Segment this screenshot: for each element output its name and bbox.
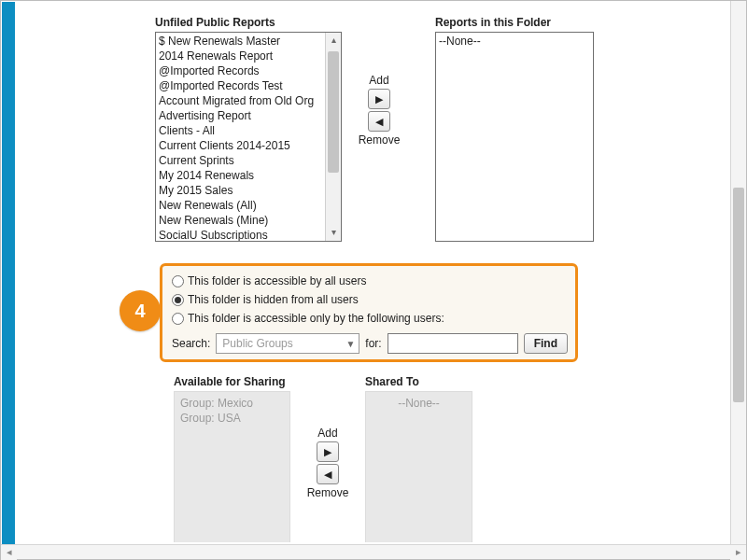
radio-all-users-label: This folder is accessible by all users <box>188 272 366 290</box>
list-item[interactable]: Account Migrated from Old Org <box>159 93 322 108</box>
list-item[interactable]: Advertising Report <box>159 108 322 123</box>
search-label: Search: <box>172 337 210 350</box>
add-label: Add <box>351 74 407 87</box>
unfiled-scrollbar[interactable]: ▴ ▾ <box>325 33 341 241</box>
list-item[interactable]: Current Sprints <box>159 153 322 168</box>
radio-following-users[interactable] <box>172 313 184 325</box>
move-buttons: Add ▶ ◀ Remove <box>351 72 407 148</box>
list-item: --None-- <box>372 396 466 411</box>
folder-reports-listbox[interactable]: --None-- <box>435 32 594 242</box>
available-column: Available for Sharing Group: MexicoGroup… <box>174 375 290 542</box>
chevron-down-icon: ▼ <box>345 337 355 352</box>
list-item[interactable]: 2014 Renewals Report <box>159 49 322 63</box>
list-item[interactable]: Group: USA <box>180 411 284 426</box>
content-area: Unfiled Public Reports $ New Renewals Ma… <box>15 2 729 542</box>
share-search-row: Search: Public Groups ▼ for: Find <box>172 333 568 354</box>
remove-label: Remove <box>351 133 407 147</box>
unfiled-reports-list: $ New Renewals Master2014 Renewals Repor… <box>156 33 325 241</box>
search-scope-value: Public Groups <box>222 337 292 350</box>
radio-all-users[interactable] <box>172 275 184 287</box>
for-label: for: <box>365 337 381 350</box>
shared-to-heading: Shared To <box>365 375 472 388</box>
list-item[interactable]: SocialU Subscriptions <box>159 228 322 242</box>
page-horizontal-scrollbar[interactable]: ◂ ▸ <box>1 544 746 559</box>
shared-to-column: Shared To --None-- <box>365 375 472 542</box>
list-item[interactable]: Group: Mexico <box>180 396 284 411</box>
radio-row-following-users[interactable]: This folder is accessible only by the fo… <box>172 309 568 328</box>
add-button[interactable]: ▶ <box>368 89 390 109</box>
step-number: 4 <box>134 301 145 322</box>
list-item[interactable]: $ New Renewals Master <box>159 34 322 49</box>
available-heading: Available for Sharing <box>174 375 290 388</box>
triangle-right-icon: ▶ <box>324 446 331 458</box>
hscroll-left-icon[interactable]: ◂ <box>1 545 17 560</box>
radio-hidden[interactable] <box>172 294 184 306</box>
folder-column: Reports in this Folder --None-- <box>435 16 594 242</box>
remove-button[interactable]: ◀ <box>368 111 390 132</box>
triangle-left-icon: ◀ <box>324 469 331 481</box>
page-scroll-thumb[interactable] <box>733 188 744 402</box>
hscroll-right-icon[interactable]: ▸ <box>730 545 746 560</box>
sharing-remove-label: Remove <box>300 486 356 499</box>
triangle-right-icon: ▶ <box>375 93 383 105</box>
list-item[interactable]: Clients - All <box>159 123 322 138</box>
unfiled-reports-heading: Unfiled Public Reports <box>155 16 342 29</box>
sharing-remove-button[interactable]: ◀ <box>317 464 339 484</box>
shared-to-listbox[interactable]: --None-- <box>365 391 472 542</box>
available-sharing-listbox[interactable]: Group: MexicoGroup: USA <box>174 391 290 542</box>
find-button-label: Find <box>534 337 557 350</box>
search-scope-select[interactable]: Public Groups ▼ <box>216 333 359 354</box>
sharing-row: Available for Sharing Group: MexicoGroup… <box>174 375 566 542</box>
list-item[interactable]: New Renewals (Mine) <box>159 213 322 228</box>
folder-access-panel: This folder is accessible by all users T… <box>160 263 578 362</box>
left-accent-bar <box>2 2 15 545</box>
sharing-add-button[interactable]: ▶ <box>317 441 339 462</box>
list-item[interactable]: --None-- <box>439 34 590 49</box>
list-item[interactable]: @Imported Records Test <box>159 78 322 93</box>
sharing-move-buttons: Add ▶ ◀ Remove <box>300 427 356 499</box>
list-item[interactable]: My 2015 Sales <box>159 183 322 198</box>
dual-list-row: Unfiled Public Reports $ New Renewals Ma… <box>155 16 641 242</box>
step-callout-badge: 4 <box>120 290 161 331</box>
list-item[interactable]: Current Clients 2014-2015 <box>159 138 322 153</box>
scroll-down-icon[interactable]: ▾ <box>326 225 341 241</box>
radio-following-users-label: This folder is accessible only by the fo… <box>188 309 444 328</box>
scroll-up-icon[interactable]: ▴ <box>326 33 341 49</box>
radio-hidden-label: This folder is hidden from all users <box>188 290 359 309</box>
unfiled-column: Unfiled Public Reports $ New Renewals Ma… <box>155 16 342 242</box>
search-for-input[interactable] <box>388 333 518 354</box>
find-button[interactable]: Find <box>524 333 568 354</box>
page-vertical-scrollbar[interactable] <box>730 1 746 544</box>
list-item[interactable]: My 2014 Renewals <box>159 168 322 183</box>
folder-reports-list: --None-- <box>436 33 593 241</box>
scroll-thumb[interactable] <box>328 51 339 173</box>
sharing-add-label: Add <box>300 427 356 440</box>
radio-row-all-users[interactable]: This folder is accessible by all users <box>172 272 568 290</box>
unfiled-reports-listbox[interactable]: $ New Renewals Master2014 Renewals Repor… <box>155 32 342 242</box>
sharing-section: Available for Sharing Group: MexicoGroup… <box>174 375 566 542</box>
folder-reports-heading: Reports in this Folder <box>435 16 594 29</box>
app-frame: Unfiled Public Reports $ New Renewals Ma… <box>0 0 747 560</box>
reports-move-section: Unfiled Public Reports $ New Renewals Ma… <box>155 16 641 242</box>
list-item[interactable]: New Renewals (All) <box>159 198 322 213</box>
list-item[interactable]: @Imported Records <box>159 63 322 78</box>
radio-row-hidden[interactable]: This folder is hidden from all users <box>172 290 568 309</box>
triangle-left-icon: ◀ <box>375 116 383 128</box>
